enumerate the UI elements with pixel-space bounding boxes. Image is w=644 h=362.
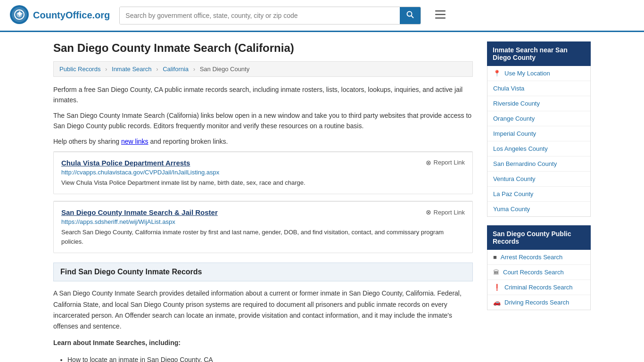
link-block-header-0: Chula Vista Police Department Arrests ⊗ … bbox=[61, 159, 465, 167]
report-link-1[interactable]: ⊗ Report Link bbox=[426, 208, 465, 216]
site-header: ✦ CountyOffice.org bbox=[0, 0, 644, 32]
bullet-list: How to locate an inmate in San Diego Cou… bbox=[67, 354, 473, 362]
logo-icon[interactable]: ✦ bbox=[9, 5, 29, 26]
sidebar: Inmate Search near San Diego County 📍 Us… bbox=[487, 41, 591, 362]
link-block-1: San Diego County Inmate Search & Jail Ro… bbox=[53, 201, 473, 253]
svg-rect-7 bbox=[435, 10, 446, 12]
bullet-item-0: How to locate an inmate in San Diego Cou… bbox=[67, 354, 473, 362]
svg-rect-8 bbox=[435, 14, 446, 15]
sidebar-nearby-title: Inmate Search near San Diego County bbox=[487, 41, 591, 66]
main-container: San Diego County Inmate Search (Californ… bbox=[39, 32, 605, 362]
logo-text: CountyOffice.org bbox=[33, 10, 110, 21]
sidebar-item-san-bernardino[interactable]: San Bernardino County bbox=[487, 156, 590, 172]
page-title: San Diego County Inmate Search (Californ… bbox=[53, 41, 473, 55]
sidebar-item-orange[interactable]: Orange County bbox=[487, 111, 590, 126]
sidebar-item-imperial[interactable]: Imperial County bbox=[487, 126, 590, 141]
intro-paragraph-1: Perform a free San Diego County, CA publ… bbox=[53, 84, 473, 106]
body-paragraph-1: A San Diego County Inmate Search provide… bbox=[53, 288, 473, 331]
breadcrumb-current: San Diego County bbox=[200, 66, 250, 73]
logo-area: ✦ CountyOffice.org bbox=[9, 5, 110, 26]
svg-point-4 bbox=[17, 12, 22, 17]
report-icon-0: ⊗ bbox=[426, 159, 431, 166]
link-url-1[interactable]: https://apps.sdsheriff.net/wij/WijAList.… bbox=[61, 218, 465, 225]
sidebar-link-yuma[interactable]: Yuma County bbox=[493, 206, 530, 213]
report-icon-1: ⊗ bbox=[426, 208, 431, 216]
sidebar-public-records-links: ■ Arrest Records Search 🏛 Court Records … bbox=[487, 250, 591, 310]
sidebar-item-chula-vista[interactable]: Chula Vista bbox=[487, 81, 590, 96]
sidebar-nearby-links: 📍 Use My Location Chula Vista Riverside … bbox=[487, 66, 591, 217]
link-desc-1: Search San Diego County, California inma… bbox=[61, 228, 465, 246]
section-header: Find San Diego County Inmate Records bbox=[53, 263, 473, 281]
sidebar-link-criminal-records[interactable]: Criminal Records Search bbox=[504, 284, 573, 291]
breadcrumb-public-records[interactable]: Public Records bbox=[59, 66, 100, 73]
intro-paragraph-3: Help others by sharing new links and rep… bbox=[53, 136, 473, 147]
link-block-header-1: San Diego County Inmate Search & Jail Ro… bbox=[61, 208, 465, 216]
sidebar-link-driving-records[interactable]: Driving Records Search bbox=[504, 299, 569, 306]
sidebar-link-riverside[interactable]: Riverside County bbox=[493, 100, 540, 107]
link-url-0[interactable]: http://cvapps.chulavistaca.gov/CVPDJail/… bbox=[61, 169, 465, 176]
menu-button[interactable] bbox=[435, 9, 446, 22]
search-bar bbox=[119, 7, 421, 25]
driving-icon: 🚗 bbox=[493, 299, 501, 306]
svg-rect-9 bbox=[435, 17, 446, 19]
sidebar-item-riverside[interactable]: Riverside County bbox=[487, 96, 590, 111]
sidebar-link-court-records[interactable]: Court Records Search bbox=[503, 269, 564, 276]
sidebar-item-driving-records[interactable]: 🚗 Driving Records Search bbox=[487, 295, 590, 310]
criminal-icon: ❗ bbox=[493, 284, 501, 291]
svg-point-5 bbox=[407, 11, 412, 16]
search-button[interactable] bbox=[400, 7, 421, 24]
sidebar-link-chula-vista[interactable]: Chula Vista bbox=[493, 85, 524, 92]
sidebar-item-yuma[interactable]: Yuma County bbox=[487, 202, 590, 216]
content-area: San Diego County Inmate Search (Californ… bbox=[53, 41, 473, 362]
intro-paragraph-2: The San Diego County Inmate Search (Cali… bbox=[53, 110, 473, 132]
breadcrumb-inmate-search[interactable]: Inmate Search bbox=[112, 66, 152, 73]
learn-title: Learn about Inmate Searches, including: bbox=[53, 337, 473, 348]
breadcrumb: Public Records › Inmate Search › Califor… bbox=[53, 61, 473, 77]
search-icon bbox=[406, 11, 414, 18]
sidebar-link-imperial[interactable]: Imperial County bbox=[493, 130, 536, 137]
link-title-0[interactable]: Chula Vista Police Department Arrests bbox=[61, 159, 190, 167]
new-links[interactable]: new links bbox=[121, 138, 149, 145]
sidebar-link-arrest-records[interactable]: Arrest Records Search bbox=[501, 254, 563, 261]
link-desc-0: View Chula Vista Police Department inmat… bbox=[61, 178, 465, 188]
sidebar-link-use-my-location[interactable]: Use My Location bbox=[504, 70, 550, 77]
logo-domain: .org bbox=[92, 10, 110, 20]
report-link-0[interactable]: ⊗ Report Link bbox=[426, 159, 465, 166]
sidebar-item-la-paz[interactable]: La Paz County bbox=[487, 187, 590, 202]
svg-line-6 bbox=[412, 16, 414, 18]
sidebar-link-san-bernardino[interactable]: San Bernardino County bbox=[493, 160, 557, 167]
sidebar-item-los-angeles[interactable]: Los Angeles County bbox=[487, 141, 590, 156]
sidebar-item-use-my-location[interactable]: 📍 Use My Location bbox=[487, 66, 590, 81]
link-title-1[interactable]: San Diego County Inmate Search & Jail Ro… bbox=[61, 208, 218, 216]
sidebar-item-arrest-records[interactable]: ■ Arrest Records Search bbox=[487, 250, 590, 265]
court-icon: 🏛 bbox=[493, 269, 499, 276]
sidebar-link-orange[interactable]: Orange County bbox=[493, 115, 535, 122]
sidebar-item-ventura[interactable]: Ventura County bbox=[487, 172, 590, 187]
sidebar-public-records-title: San Diego County Public Records bbox=[487, 225, 591, 250]
sidebar-item-criminal-records[interactable]: ❗ Criminal Records Search bbox=[487, 280, 590, 295]
logo-brand: CountyOffice bbox=[33, 10, 92, 20]
location-icon: 📍 bbox=[493, 70, 501, 77]
sidebar-link-los-angeles[interactable]: Los Angeles County bbox=[493, 145, 548, 152]
sidebar-item-court-records[interactable]: 🏛 Court Records Search bbox=[487, 265, 590, 280]
breadcrumb-california[interactable]: California bbox=[163, 66, 189, 73]
hamburger-icon bbox=[435, 10, 446, 19]
arrest-icon: ■ bbox=[493, 254, 497, 261]
link-block-0: Chula Vista Police Department Arrests ⊗ … bbox=[53, 151, 473, 195]
sidebar-link-ventura[interactable]: Ventura County bbox=[493, 175, 536, 182]
search-input[interactable] bbox=[120, 7, 400, 24]
sidebar-link-la-paz[interactable]: La Paz County bbox=[493, 190, 533, 197]
